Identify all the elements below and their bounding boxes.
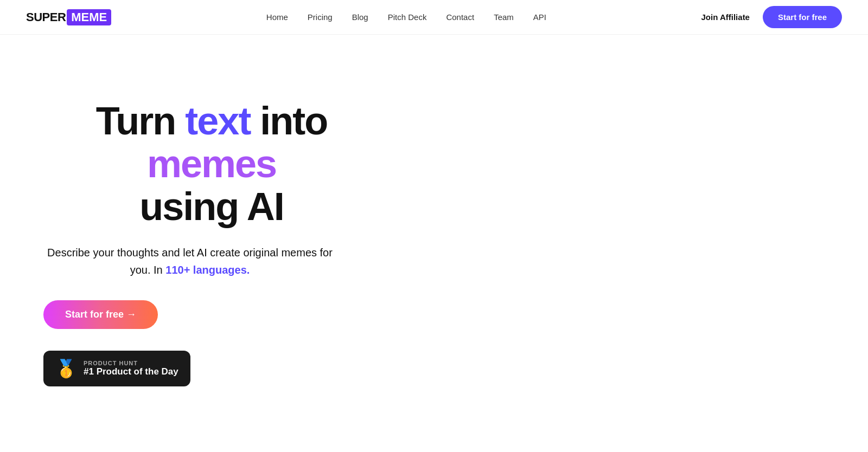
hero-title: Turn text into memesusing AI (43, 100, 380, 229)
badge-product-hunt-label: PRODUCT HUNT (84, 360, 178, 366)
hero-title-into: into (250, 99, 327, 143)
logo-super: SUPER (26, 10, 66, 24)
nav-home[interactable]: Home (266, 12, 288, 22)
hero-title-using-ai: using AI (139, 185, 283, 228)
nav-blog[interactable]: Blog (352, 12, 368, 22)
hero-languages: 110+ languages. (165, 264, 250, 276)
nav-team[interactable]: Team (494, 12, 514, 22)
badge-medal-icon: 🥇 (55, 358, 77, 379)
badge-product-title: #1 Product of the Day (84, 366, 178, 377)
nav-pitch-deck[interactable]: Pitch Deck (388, 12, 427, 22)
hero-section: Turn text into memesusing AI Describe yo… (0, 35, 868, 430)
nav-right: Join Affiliate Start for free (701, 6, 842, 28)
product-hunt-badge[interactable]: 🥇 PRODUCT HUNT #1 Product of the Day (43, 351, 190, 386)
hero-title-turn: Turn (96, 99, 186, 143)
nav-links: Home Pricing Blog Pitch Deck Contact Tea… (266, 12, 546, 22)
start-for-free-nav-button[interactable]: Start for free (763, 6, 842, 28)
badge-text-container: PRODUCT HUNT #1 Product of the Day (84, 360, 178, 377)
logo[interactable]: SUPERMEME (26, 9, 111, 25)
nav-pricing[interactable]: Pricing (308, 12, 333, 22)
navbar: SUPERMEME Home Pricing Blog Pitch Deck C… (0, 0, 868, 35)
hero-subtitle: Describe your thoughts and let AI create… (43, 244, 336, 279)
nav-api[interactable]: API (533, 12, 546, 22)
nav-contact[interactable]: Contact (446, 12, 474, 22)
join-affiliate-link[interactable]: Join Affiliate (701, 12, 750, 22)
hero-cta-button[interactable]: Start for free → (43, 300, 158, 329)
hero-content: Turn text into memesusing AI Describe yo… (0, 35, 380, 430)
logo-meme: MEME (67, 9, 111, 25)
hero-title-text: text (185, 99, 250, 143)
hero-title-memes: memes (147, 142, 276, 185)
